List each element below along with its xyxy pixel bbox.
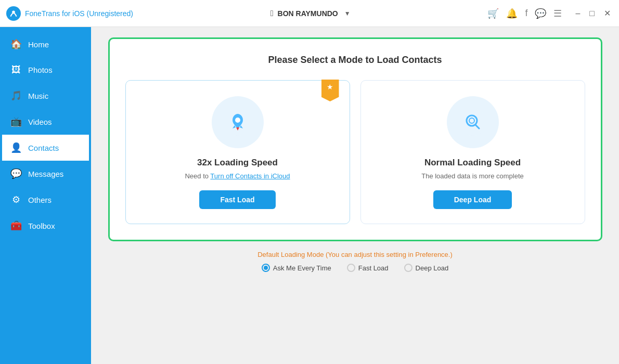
others-icon: ⚙	[10, 194, 22, 205]
cart-icon-btn[interactable]: 🛒	[487, 8, 499, 19]
sidebar-label-others: Others	[28, 196, 51, 204]
radio-ask-me[interactable]: Ask Me Every Time	[262, 264, 331, 272]
device-name: BON RAYMUNDO	[278, 9, 338, 18]
menu-icon-btn[interactable]: ☰	[553, 8, 562, 19]
photos-icon: 🖼	[10, 64, 22, 75]
sidebar-item-photos[interactable]: 🖼 Photos	[0, 57, 91, 83]
svg-point-1	[12, 10, 15, 14]
sidebar-label-home: Home	[28, 40, 49, 49]
svg-point-3	[235, 118, 240, 123]
sidebar-label-contacts: Contacts	[28, 144, 59, 152]
title-bar: FoneTrans for iOS (Unregistered)  BON R…	[0, 0, 619, 27]
deep-load-desc-text: The loaded data is more complete	[421, 172, 524, 180]
radio-fast-load[interactable]: Fast Load	[347, 264, 389, 272]
minimize-button[interactable]: –	[573, 7, 582, 19]
radio-fast-label: Fast Load	[358, 264, 389, 272]
footer-label: Default Loading Mode (You can adjust thi…	[108, 251, 602, 258]
fast-load-badge: ★	[321, 80, 339, 101]
toolbox-icon: 🧰	[10, 220, 22, 231]
footer-section: Default Loading Mode (You can adjust thi…	[108, 251, 602, 272]
svg-point-4	[459, 109, 486, 136]
radio-deep-circle	[404, 264, 412, 272]
badge-star-icon: ★	[327, 83, 333, 91]
footer-label-text: Default Loading Mode (	[257, 251, 328, 258]
radio-deep-load[interactable]: Deep Load	[404, 264, 449, 272]
radio-ask-circle	[262, 264, 270, 272]
sidebar-item-messages[interactable]: 💬 Messages	[0, 161, 91, 187]
window-controls: – □ ✕	[573, 7, 613, 19]
main-layout: 🏠 Home 🖼 Photos 🎵 Music 📺 Videos 👤 Conta…	[0, 27, 619, 364]
sidebar-label-videos: Videos	[28, 118, 52, 126]
deep-load-title: Normal Loading Speed	[424, 158, 521, 168]
main-card: Please Select a Mode to Load Contacts ★	[108, 37, 602, 241]
sidebar-label-toolbox: Toolbox	[28, 222, 55, 230]
card-title: Please Select a Mode to Load Contacts	[125, 55, 585, 66]
app-logo-icon	[6, 6, 21, 21]
fast-load-button[interactable]: Fast Load	[199, 190, 275, 209]
fast-load-desc: Need to Turn off Contacts in iCloud	[185, 172, 290, 180]
fast-load-card: ★ 32x Loading Speed	[125, 80, 350, 224]
fast-load-icon-circle	[212, 96, 264, 148]
deep-load-card: Normal Loading Speed The loaded data is …	[360, 80, 585, 224]
fast-load-desc-text: Need to	[185, 172, 210, 180]
sidebar-label-music: Music	[28, 92, 48, 100]
rocket-icon	[224, 109, 251, 136]
footer-label-highlight: You can adjust this setting in Preferenc…	[328, 251, 450, 258]
sidebar-item-home[interactable]: 🏠 Home	[0, 31, 91, 57]
sidebar-item-toolbox[interactable]: 🧰 Toolbox	[0, 213, 91, 239]
bell-icon-btn[interactable]: 🔔	[506, 8, 518, 19]
fast-load-title: 32x Loading Speed	[197, 158, 278, 168]
radio-group: Ask Me Every Time Fast Load Deep Load	[108, 264, 602, 272]
radio-ask-label: Ask Me Every Time	[273, 264, 331, 272]
app-title: FoneTrans for iOS (Unregistered)	[25, 9, 133, 18]
maximize-button[interactable]: □	[587, 7, 597, 19]
radio-deep-label: Deep Load	[416, 264, 449, 272]
deep-load-button[interactable]: Deep Load	[433, 190, 512, 209]
icloud-link[interactable]: Turn off Contacts in iCloud	[210, 172, 290, 180]
sidebar-item-videos[interactable]: 📺 Videos	[0, 109, 91, 135]
sidebar: 🏠 Home 🖼 Photos 🎵 Music 📺 Videos 👤 Conta…	[0, 27, 91, 364]
facebook-icon-btn[interactable]: f	[525, 8, 527, 19]
videos-icon: 📺	[10, 116, 22, 127]
title-bar-left: FoneTrans for iOS (Unregistered)	[6, 6, 133, 21]
apple-icon: 	[270, 9, 274, 18]
title-bar-actions: 🛒 🔔 f 💬 ☰ – □ ✕	[487, 7, 613, 19]
messages-icon: 💬	[10, 168, 22, 179]
device-dropdown-arrow[interactable]: ▼	[344, 10, 351, 17]
close-button[interactable]: ✕	[602, 7, 613, 19]
sidebar-label-photos: Photos	[28, 66, 53, 74]
radio-fast-circle	[347, 264, 355, 272]
magnify-icon	[459, 109, 486, 136]
chat-icon-btn[interactable]: 💬	[535, 8, 546, 19]
sidebar-item-music[interactable]: 🎵 Music	[0, 83, 91, 109]
sidebar-label-messages: Messages	[28, 170, 63, 178]
mode-cards: ★ 32x Loading Speed	[125, 80, 585, 224]
contacts-icon: 👤	[10, 142, 22, 153]
music-icon: 🎵	[10, 90, 22, 101]
sidebar-item-contacts[interactable]: 👤 Contacts	[0, 135, 91, 161]
footer-label-end: )	[450, 251, 452, 258]
title-bar-center:  BON RAYMUNDO ▼	[270, 9, 351, 18]
deep-load-icon-circle	[447, 96, 499, 148]
home-icon: 🏠	[10, 38, 22, 50]
content-area: Please Select a Mode to Load Contacts ★	[91, 27, 619, 364]
sidebar-item-others[interactable]: ⚙ Others	[0, 187, 91, 213]
deep-load-desc: The loaded data is more complete	[421, 172, 524, 180]
